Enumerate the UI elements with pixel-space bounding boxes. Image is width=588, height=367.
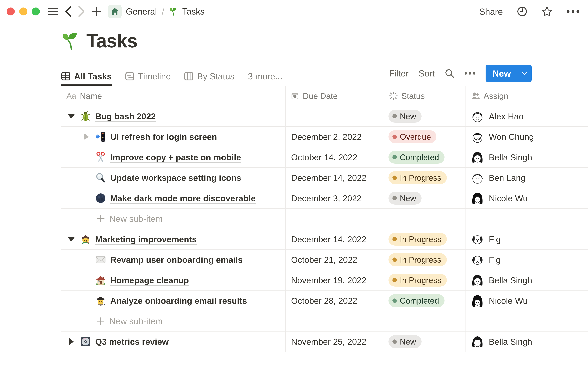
updates-clock-icon[interactable] [517,6,527,17]
tab-by-status[interactable]: By Status [184,71,234,86]
table-row[interactable]: Bug bash 2022 New Alex Hao [61,106,588,127]
task-title[interactable]: UI refresh for login screen [110,132,217,142]
filter-button[interactable]: Filter [389,68,409,78]
name-cell: Improve copy + paste on mobile [61,147,285,167]
column-header-name[interactable]: Aa Name [61,86,285,106]
close-window-icon[interactable] [7,8,15,16]
due-date-cell[interactable] [285,106,384,126]
status-cell[interactable]: New [384,332,466,352]
column-header-due-date[interactable]: Due Date [285,86,384,106]
new-button[interactable]: New [485,65,532,82]
status-badge: Completed [389,151,444,164]
view-options-icon[interactable] [464,72,476,75]
avatar-bella-singh [470,273,484,287]
status-cell[interactable]: In Progress [384,167,466,188]
minimize-window-icon[interactable] [19,8,27,16]
table-row[interactable]: Make dark mode more discoverable Decembe… [61,188,588,209]
forward-icon[interactable] [78,6,85,17]
due-date-cell[interactable]: December 3, 2022 [285,188,384,208]
status-badge: Overdue [389,130,436,143]
more-options-icon[interactable] [567,10,579,13]
calendar-icon [291,92,299,100]
column-header-status[interactable]: Status [384,86,466,106]
new-button-chevron-down-icon[interactable] [517,72,532,75]
assignee-cell[interactable]: Fig [466,229,588,249]
assignee-cell[interactable]: Won Chung [466,127,588,147]
assignee-cell[interactable]: Bella Singh [466,147,588,167]
task-title[interactable]: Analyze onboarding email results [110,296,247,306]
expand-toggle-icon[interactable] [67,338,76,345]
status-cell[interactable]: In Progress [384,229,466,249]
avatar-nicole-wu [470,191,484,205]
task-title[interactable]: Make dark mode more discoverable [110,193,256,203]
share-button[interactable]: Share [479,6,503,17]
status-cell[interactable]: In Progress [384,270,466,290]
collapse-toggle-icon[interactable] [67,114,76,119]
new-sub-item-button[interactable]: New sub-item [61,209,285,229]
sidebar-menu-icon[interactable] [48,8,58,15]
task-title[interactable]: Update workspace setting icons [110,173,241,183]
assignee-cell[interactable]: Fig [466,250,588,270]
new-sub-item-row[interactable]: New sub-item [61,311,588,332]
favorite-star-icon[interactable] [541,6,553,17]
avatar-ben-lang [470,171,484,185]
zoom-window-icon[interactable] [32,8,40,16]
status-cell[interactable]: Overdue [384,127,466,147]
due-date-cell[interactable]: December 2, 2022 [285,127,384,147]
status-cell[interactable]: In Progress [384,250,466,270]
column-header-assign[interactable]: Assign [466,86,588,106]
breadcrumb-separator: / [161,7,165,17]
tab-timeline[interactable]: Timeline [125,71,171,86]
sort-button[interactable]: Sort [419,68,435,78]
due-date-cell[interactable]: December 14, 2022 [285,167,384,188]
back-icon[interactable] [65,6,71,17]
due-date-cell[interactable]: November 19, 2022 [285,270,384,290]
assignee-cell[interactable]: Ben Lang [466,167,588,188]
task-title[interactable]: Homepage cleanup [110,275,189,285]
table-row[interactable]: Homepage cleanup November 19, 2022 In Pr… [61,270,588,291]
due-date-cell[interactable]: October 21, 2022 [285,250,384,270]
task-title[interactable]: Revamp user onboarding emails [110,255,243,265]
due-date-cell[interactable]: December 14, 2022 [285,229,384,249]
tab-all-tasks[interactable]: All Tasks [61,71,112,86]
new-sub-item-button[interactable]: New sub-item [61,311,285,331]
task-title[interactable]: Improve copy + paste on mobile [110,152,241,162]
assignee-cell[interactable]: Alex Hao [466,106,588,126]
task-title[interactable]: Marketing improvements [95,234,197,244]
table-row[interactable]: UI refresh for login screen December 2, … [61,127,588,147]
due-date-cell[interactable]: October 28, 2022 [285,291,384,311]
due-date-cell[interactable]: October 14, 2022 [285,147,384,167]
new-page-icon[interactable] [92,7,101,16]
task-title[interactable]: Bug bash 2022 [95,111,156,121]
tab-more-views[interactable]: 3 more... [248,71,282,86]
expand-toggle-icon[interactable] [81,133,91,141]
due-date-cell[interactable]: November 25, 2022 [285,332,384,352]
status-cell[interactable]: New [384,188,466,208]
assignee-cell[interactable]: Nicole Wu [466,291,588,311]
table-row[interactable]: Marketing improvements December 14, 2022… [61,229,588,250]
search-icon[interactable] [445,69,454,78]
assignee-cell[interactable]: Bella Singh [466,332,588,352]
status-cell[interactable]: Completed [384,291,466,311]
table-row[interactable]: Revamp user onboarding emails October 21… [61,250,588,270]
table-row[interactable]: Q3 metrics review November 25, 2022 New … [61,332,588,352]
table-row[interactable]: Update workspace setting icons December … [61,167,588,188]
name-cell: Homepage cleanup [61,270,285,290]
assignee-cell[interactable]: Nicole Wu [466,188,588,208]
name-cell: Revamp user onboarding emails [61,250,285,270]
home-icon[interactable] [108,5,121,18]
breadcrumb-page[interactable]: Tasks [182,6,205,17]
status-badge: Completed [389,294,444,307]
seedling-page-icon[interactable] [61,31,80,50]
collapse-toggle-icon[interactable] [67,237,76,242]
breadcrumb-root[interactable]: General [126,6,157,17]
task-title[interactable]: Q3 metrics review [95,337,169,347]
new-sub-item-row[interactable]: New sub-item [61,209,588,229]
table-row[interactable]: Improve copy + paste on mobile October 1… [61,147,588,167]
status-cell[interactable]: Completed [384,147,466,167]
name-cell: Update workspace setting icons [61,167,285,188]
table-row[interactable]: Analyze onboarding email results October… [61,291,588,311]
assignee-name: Nicole Wu [489,296,528,306]
status-cell[interactable]: New [384,106,466,126]
assignee-cell[interactable]: Bella Singh [466,270,588,290]
